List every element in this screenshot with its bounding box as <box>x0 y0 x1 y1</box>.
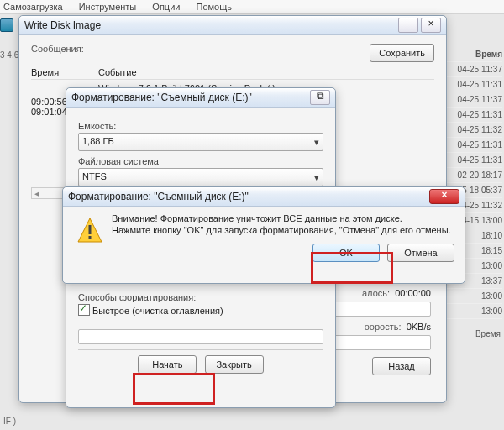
win3-title: Форматирование: "Съемный диск (E:)" <box>68 191 426 202</box>
warning-icon <box>76 217 103 244</box>
menu-help[interactable]: Помощь <box>197 2 233 12</box>
close-icon[interactable]: × <box>429 189 459 204</box>
win1-title: Write Disk Image <box>24 19 396 31</box>
quick-format-label: Быстрое (очистка оглавления) <box>92 306 223 316</box>
close-button[interactable]: × <box>421 18 441 33</box>
close-button[interactable]: ⧉ <box>310 90 330 105</box>
col-event: Событие <box>98 67 434 77</box>
ok-button[interactable]: OK <box>312 244 380 262</box>
bg-col-header: Время <box>440 47 502 62</box>
quick-format-checkbox[interactable] <box>78 304 90 316</box>
menu-tools[interactable]: Инструменты <box>79 2 137 12</box>
app-icon <box>0 18 13 32</box>
start-button[interactable]: Начать <box>138 355 197 374</box>
svg-rect-1 <box>89 225 92 234</box>
close-button-2[interactable]: Закрыть <box>205 355 264 374</box>
confirm-dialog: Форматирование: "Съемный диск (E:)" × Вн… <box>62 186 465 284</box>
back-button[interactable]: Назад <box>372 357 431 375</box>
filesystem-label: Файловая система <box>78 156 323 166</box>
format-ways-label: Способы форматирования: <box>78 292 323 302</box>
win2-title: Форматирование: "Съемный диск (E:)" <box>71 92 307 103</box>
capacity-select[interactable]: 1,88 ГБ <box>78 133 323 151</box>
bg-col-header-2: Время <box>475 329 501 338</box>
format-progress <box>78 329 323 344</box>
svg-rect-2 <box>89 236 92 239</box>
footer-text: IF ) <box>3 417 16 426</box>
messages-label: Сообщения: <box>31 44 84 62</box>
remaining-label: алось: <box>362 288 390 298</box>
bg-version: 3 4.6 <box>0 50 18 60</box>
warning-line1: Внимание! Форматирование уничтожит ВСЕ д… <box>73 213 454 223</box>
menu-options[interactable]: Опции <box>152 2 180 12</box>
capacity-label: Емкость: <box>78 121 323 131</box>
filesystem-select[interactable]: NTFS <box>78 168 323 186</box>
warning-line2: Нажмите кнопку "OK" для запуска форматир… <box>73 225 454 235</box>
menu-autoload[interactable]: Самозагрузка <box>3 2 63 12</box>
speed-label: оорость: <box>365 322 402 332</box>
cancel-button[interactable]: Отмена <box>387 244 454 262</box>
remaining-value: 00:00:00 <box>395 288 431 298</box>
save-button[interactable]: Сохранить <box>370 44 434 62</box>
speed-value: 0KB/s <box>407 322 431 332</box>
main-menu[interactable]: Самозагрузка Инструменты Опции Помощь <box>0 0 504 14</box>
col-time: Время <box>31 67 98 77</box>
minimize-button[interactable]: _ <box>398 18 418 33</box>
